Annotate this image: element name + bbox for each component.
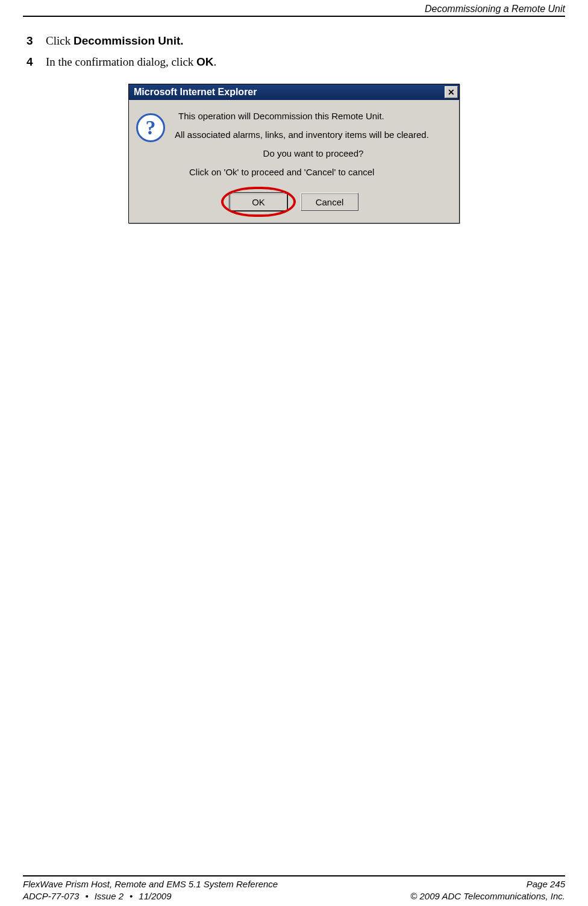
page-footer: FlexWave Prism Host, Remote and EMS 5.1 … bbox=[23, 875, 565, 903]
footer-page: Page 245 bbox=[410, 878, 565, 890]
step-3: 3 Click Decommission Unit. bbox=[27, 34, 565, 49]
dialog-body: ? This operation will Decommission this … bbox=[129, 100, 459, 189]
dialog-line-2: All associated alarms, links, and invent… bbox=[175, 130, 452, 140]
confirmation-dialog: Microsoft Internet Explorer ✕ ? This ope… bbox=[128, 84, 460, 223]
step-number: 4 bbox=[27, 55, 46, 70]
dialog-message: This operation will Decommission this Re… bbox=[175, 111, 452, 186]
cancel-button[interactable]: Cancel bbox=[301, 193, 358, 211]
step-4: 4 In the confirmation dialog, click OK. bbox=[27, 55, 565, 70]
footer-right: Page 245 © 2009 ADC Telecommunications, … bbox=[410, 878, 565, 903]
question-icon: ? bbox=[136, 113, 165, 142]
step-text: Click Decommission Unit. bbox=[46, 34, 184, 49]
close-icon[interactable]: ✕ bbox=[445, 86, 458, 98]
dialog-line-3: Do you want to proceed? bbox=[175, 148, 452, 158]
dialog-screenshot: Microsoft Internet Explorer ✕ ? This ope… bbox=[128, 84, 460, 223]
footer-ref: FlexWave Prism Host, Remote and EMS 5.1 … bbox=[23, 878, 278, 890]
footer-copyright: © 2009 ADC Telecommunications, Inc. bbox=[410, 890, 565, 902]
dialog-titlebar: Microsoft Internet Explorer ✕ bbox=[129, 84, 459, 100]
dialog-line-1: This operation will Decommission this Re… bbox=[178, 111, 452, 121]
ok-button[interactable]: OK bbox=[230, 193, 287, 211]
step-number: 3 bbox=[27, 34, 46, 49]
dialog-line-4: Click on 'Ok' to proceed and 'Cancel' to… bbox=[189, 167, 452, 177]
step-list: 3 Click Decommission Unit. 4 In the conf… bbox=[23, 34, 565, 69]
step-text: In the confirmation dialog, click OK. bbox=[46, 55, 216, 70]
dialog-buttons: OK Cancel bbox=[129, 189, 459, 223]
header-title: Decommissioning a Remote Unit bbox=[425, 4, 565, 14]
footer-docinfo: ADCP-77-073•Issue 2•11/2009 bbox=[23, 890, 278, 902]
footer-left: FlexWave Prism Host, Remote and EMS 5.1 … bbox=[23, 878, 278, 903]
page-header: Decommissioning a Remote Unit bbox=[23, 0, 565, 17]
dialog-title: Microsoft Internet Explorer bbox=[134, 87, 257, 98]
